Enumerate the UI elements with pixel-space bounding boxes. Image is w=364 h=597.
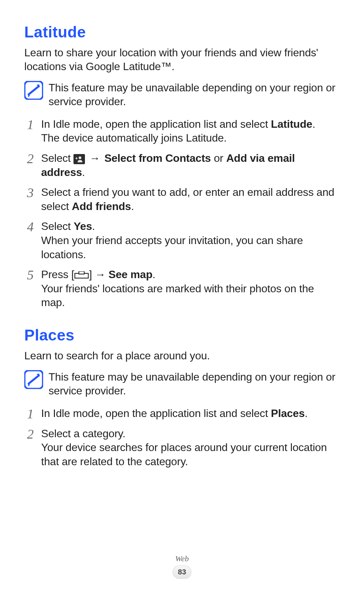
step-text: In Idle mode, open the application list … [41,118,271,130]
step-body: In Idle mode, open the application list … [41,117,340,145]
step-bold: Select from Contacts [104,152,211,164]
step-after: The device automatically joins Latitude. [41,131,340,145]
step-body: Select a friend you want to add, or ente… [41,185,340,213]
section-title-latitude: Latitude [24,23,340,41]
step-text: . [82,166,85,178]
step-text: ] [89,268,95,280]
step-number: 4 [24,219,36,234]
add-contact-icon [73,154,85,164]
latitude-step-2: 2 Select → Select from Contacts or Add v… [24,151,340,179]
step-number: 1 [24,407,36,421]
step-bold: Add friends [72,200,131,212]
page-number-badge: 83 [173,565,191,579]
latitude-note: This feature may be unavailable dependin… [24,81,340,109]
menu-key-icon [74,268,89,276]
note-icon [24,370,43,389]
step-bold: Yes [73,220,92,232]
svg-rect-5 [79,271,84,274]
step-body: Select → Select from Contacts or Add via… [41,151,340,179]
latitude-step-4: 4 Select Yes. When your friend accepts y… [24,219,340,262]
places-step-2: 2 Select a category. Your device searche… [24,427,340,469]
step-text: . [152,268,155,280]
step-bold: Latitude [271,118,312,130]
step-after: Your friends' locations are marked with … [41,282,340,310]
step-body: Press [ ] → See map. Your friends' locat… [41,268,340,310]
step-after: When your friend accepts your invitation… [41,234,340,262]
latitude-step-3: 3 Select a friend you want to add, or en… [24,185,340,213]
step-text: . [305,407,308,419]
latitude-note-text: This feature may be unavailable dependin… [49,81,340,109]
step-text: Press [ [41,268,74,280]
step-bold: See map [109,268,152,280]
step-text: . [131,200,134,212]
places-intro: Learn to search for a place around you. [24,349,340,363]
step-text: or [211,152,226,164]
places-note-text: This feature may be unavailable dependin… [49,370,340,398]
places-step-1: 1 In Idle mode, open the application lis… [24,407,340,421]
manual-page: Latitude Learn to share your location wi… [0,0,364,597]
page-footer: Web 83 [0,554,364,579]
latitude-intro: Learn to share your location with your f… [24,46,340,73]
step-text: In Idle mode, open the application list … [41,407,271,419]
latitude-step-1: 1 In Idle mode, open the application lis… [24,117,340,145]
step-text: . [312,118,315,130]
footer-category: Web [0,554,364,563]
section-title-places: Places [24,326,340,344]
step-bold: Places [271,407,305,419]
latitude-step-5: 5 Press [ ] → See map. Your friends' loc… [24,268,340,310]
step-text: Select a category. [41,427,125,440]
step-text: Select [41,220,73,232]
step-number: 2 [24,427,36,441]
svg-point-1 [79,156,82,159]
step-text: Select [41,152,73,164]
places-note: This feature may be unavailable dependin… [24,370,340,398]
step-number: 5 [24,268,36,282]
step-number: 3 [24,185,36,200]
arrow-text: → [95,268,109,280]
step-body: In Idle mode, open the application list … [41,407,340,421]
step-body: Select a category. Your device searches … [41,427,340,469]
step-number: 1 [24,117,36,131]
arrow-text: → [85,152,104,164]
step-body: Select Yes. When your friend accepts you… [41,219,340,262]
note-icon [24,81,43,100]
step-text: . [92,220,95,232]
step-after: Your device searches for places around y… [41,441,340,469]
step-number: 2 [24,151,36,166]
svg-rect-3 [76,157,77,159]
